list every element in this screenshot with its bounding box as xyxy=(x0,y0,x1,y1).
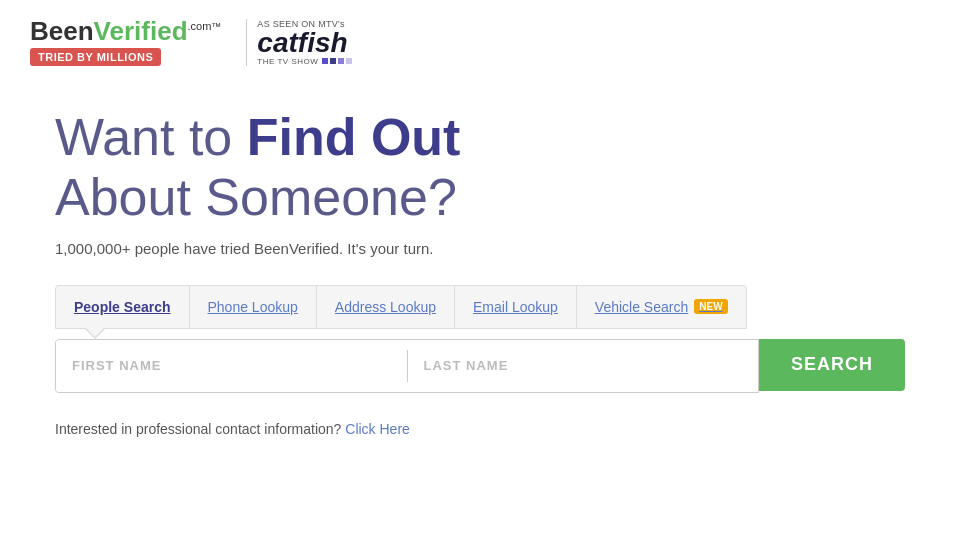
search-input-wrapper xyxy=(55,339,759,393)
new-badge: NEW xyxy=(694,299,727,314)
search-form: SEARCH xyxy=(55,339,905,393)
search-tabs-wrapper: People Search Phone Lookup Address Looku… xyxy=(55,285,940,393)
professional-link-section: Interested in professional contact infor… xyxy=(55,421,940,437)
header: BeenVerified.com™ TRIED BY MILLIONS AS S… xyxy=(0,0,970,78)
tv-sq-4 xyxy=(346,58,352,64)
search-button[interactable]: SEARCH xyxy=(759,339,905,391)
tab-phone-lookup[interactable]: Phone Lookup xyxy=(190,286,317,328)
tv-sq-1 xyxy=(322,58,328,64)
tab-vehicle-search[interactable]: Vehicle Search NEW xyxy=(577,286,746,328)
catfish-area: AS SEEN ON MTV's catfish THE TV SHOW xyxy=(246,19,352,66)
tv-sq-3 xyxy=(338,58,344,64)
hero-subtitle: 1,000,000+ people have tried BeenVerifie… xyxy=(55,240,940,257)
tv-sq-2 xyxy=(330,58,336,64)
tab-indicator xyxy=(85,329,105,339)
logo-area: BeenVerified.com™ TRIED BY MILLIONS xyxy=(30,18,221,66)
tried-badge: TRIED BY MILLIONS xyxy=(30,48,161,66)
hero-title-line2: About Someone? xyxy=(55,168,457,226)
logo-been: Been xyxy=(30,16,94,46)
professional-link-text: Interested in professional contact infor… xyxy=(55,421,341,437)
hero-title-normal: Want to xyxy=(55,108,247,166)
tab-email-lookup[interactable]: Email Lookup xyxy=(455,286,577,328)
hero-section: Want to Find Out About Someone? 1,000,00… xyxy=(0,78,970,447)
logo-verified: Verified xyxy=(94,16,188,46)
tab-people-search[interactable]: People Search xyxy=(56,286,190,328)
hero-title-bold: Find Out xyxy=(247,108,461,166)
tab-address-lookup[interactable]: Address Lookup xyxy=(317,286,455,328)
hero-title: Want to Find Out About Someone? xyxy=(55,108,940,228)
tv-show-text: THE TV SHOW xyxy=(257,57,352,66)
catfish-logo: catfish xyxy=(257,29,347,57)
logo-tm: ™ xyxy=(211,21,221,32)
logo-com: .com xyxy=(188,20,212,32)
click-here-link[interactable]: Click Here xyxy=(345,421,410,437)
tv-squares xyxy=(322,58,352,64)
first-name-input[interactable] xyxy=(56,340,407,392)
logo[interactable]: BeenVerified.com™ xyxy=(30,18,221,44)
last-name-input[interactable] xyxy=(408,340,759,392)
search-tabs: People Search Phone Lookup Address Looku… xyxy=(55,285,747,329)
